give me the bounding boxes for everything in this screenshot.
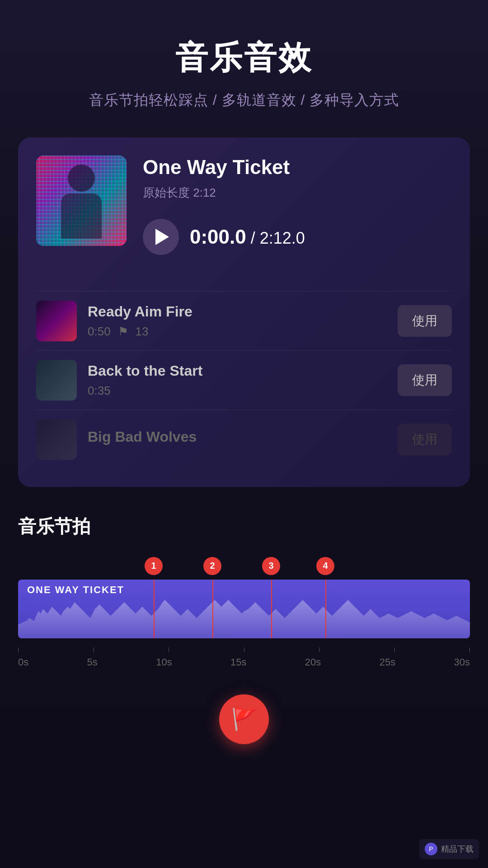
- track-time: 0:50: [88, 325, 111, 339]
- beat-marker-4: 4: [316, 557, 334, 575]
- waveform-svg: [18, 589, 470, 638]
- track-duration-label: 原始长度 2:12: [143, 185, 452, 201]
- track-item-name: Back to the Start: [88, 363, 398, 379]
- list-item: Ready Aim Fire 0:50 ⚑ 13 使用: [36, 291, 452, 350]
- watermark-text: 精品下载: [441, 844, 474, 854]
- beat-marker-1: 1: [145, 557, 163, 575]
- play-button[interactable]: [143, 219, 179, 255]
- time-display: 0:00.0 / 2:12.0: [190, 226, 305, 248]
- beat-line-4: [325, 580, 326, 638]
- play-icon: [155, 229, 169, 245]
- timeline: 0s 5s 10s 15s 20s 25s 30s: [18, 642, 470, 672]
- music-card: One Way Ticket 原始长度 2:12 0:00.0 / 2:12.0: [18, 137, 470, 487]
- now-playing-section: One Way Ticket 原始长度 2:12 0:00.0 / 2:12.0: [36, 156, 452, 273]
- person-body: [61, 193, 102, 239]
- beat-markers: 1 2 3 4: [18, 557, 470, 580]
- track-time: 0:35: [88, 384, 111, 398]
- flag-icon: ⚑: [118, 325, 128, 339]
- track-item-name: Ready Aim Fire: [88, 303, 398, 320]
- track-name: One Way Ticket: [143, 156, 452, 179]
- beat-line-2: [212, 580, 213, 638]
- track-sub: 0:50 ⚑ 13: [88, 325, 398, 339]
- use-button-raf[interactable]: 使用: [398, 305, 452, 337]
- waveform-container: 1 2 3 4 ONE WAY TICKET: [18, 557, 470, 638]
- beat-marker-3: 3: [262, 557, 280, 575]
- total-time: 2:12.0: [260, 229, 305, 247]
- beat-marker-circle-3: 3: [262, 557, 280, 575]
- beat-line-1: [154, 580, 155, 638]
- time-separator: /: [251, 229, 260, 247]
- beat-marker-circle-4: 4: [316, 557, 334, 575]
- beat-marker-circle-2: 2: [203, 557, 221, 575]
- page-container: 音乐音效 音乐节拍轻松踩点 / 多轨道音效 / 多种导入方式 One Way T…: [0, 0, 488, 868]
- track-meta: Big Bad Wolves: [88, 429, 398, 450]
- flag-button-icon: 🚩: [231, 707, 257, 731]
- beat-title: 音乐节拍: [18, 514, 470, 539]
- track-list: Ready Aim Fire 0:50 ⚑ 13 使用 Back to the …: [36, 291, 452, 469]
- person-head: [68, 165, 95, 192]
- timeline-label-0s: 0s: [18, 656, 28, 668]
- list-item: Back to the Start 0:35 使用: [36, 350, 452, 410]
- track-meta: Ready Aim Fire 0:50 ⚑ 13: [88, 303, 398, 339]
- use-button-bts[interactable]: 使用: [398, 364, 452, 396]
- timeline-label-25s: 25s: [380, 656, 395, 668]
- track-thumb-bts: [36, 360, 77, 401]
- timeline-label-20s: 20s: [305, 656, 321, 668]
- track-info: One Way Ticket 原始长度 2:12 0:00.0 / 2:12.0: [143, 156, 452, 255]
- timeline-label-15s: 15s: [230, 656, 246, 668]
- track-sub: 0:35: [88, 384, 398, 398]
- list-item: Big Bad Wolves 使用: [36, 410, 452, 469]
- timeline-label-10s: 10s: [156, 656, 172, 668]
- track-thumb-raf: [36, 301, 77, 341]
- beat-marker-2: 2: [203, 557, 221, 575]
- timeline-label-30s: 30s: [454, 656, 470, 668]
- watermark-icon: P: [425, 843, 437, 855]
- waveform-track[interactable]: ONE WAY TICKET: [18, 580, 470, 638]
- use-button-bbw[interactable]: 使用: [398, 424, 452, 455]
- current-time: 0:00.0: [190, 226, 246, 248]
- page-subtitle: 音乐节拍轻松踩点 / 多轨道音效 / 多种导入方式: [89, 90, 399, 110]
- player-controls: 0:00.0 / 2:12.0: [143, 219, 452, 255]
- track-meta: Back to the Start 0:35: [88, 363, 398, 398]
- waveform-label: ONE WAY TICKET: [27, 584, 124, 596]
- timeline-label-5s: 5s: [87, 656, 98, 668]
- flag-count: 13: [136, 325, 149, 339]
- watermark: P 精品下载: [419, 839, 479, 859]
- beat-line-3: [271, 580, 272, 638]
- album-art: [36, 156, 127, 246]
- beat-marker-circle-1: 1: [145, 557, 163, 575]
- flag-button-container: 🚩: [18, 694, 470, 744]
- beat-section: 音乐节拍 1 2 3 4 ONE WAY TICKET: [18, 514, 470, 744]
- timeline-labels: 0s 5s 10s 15s 20s 25s 30s: [18, 656, 470, 668]
- add-beat-button[interactable]: 🚩: [219, 694, 269, 744]
- page-title: 音乐音效: [175, 36, 313, 80]
- track-item-name-faded: Big Bad Wolves: [88, 429, 398, 445]
- track-thumb-bbw: [36, 419, 77, 460]
